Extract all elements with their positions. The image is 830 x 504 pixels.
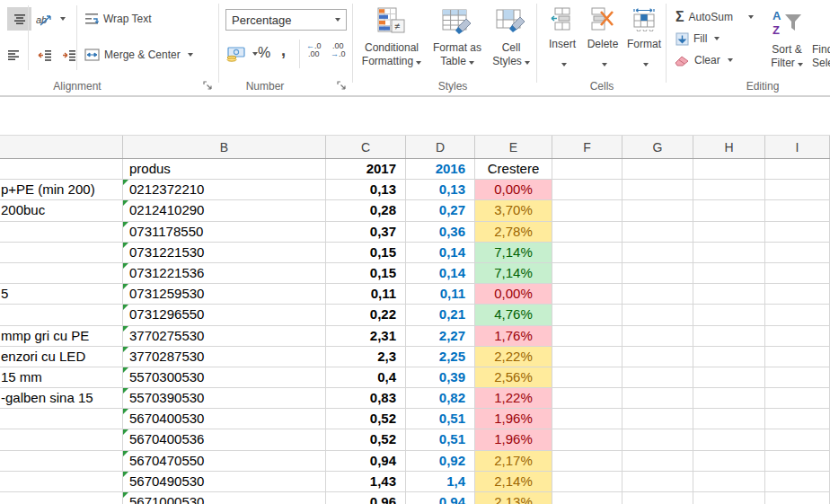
grid-cell[interactable]: 0,21 — [406, 305, 475, 324]
grid-cell[interactable]: 0,52 — [326, 429, 406, 449]
grid-cell[interactable]: produs — [123, 159, 326, 179]
grid-cell[interactable] — [693, 347, 765, 367]
increase-indent-button[interactable] — [57, 43, 81, 66]
grid-cell[interactable]: 5671000530 — [123, 492, 326, 504]
grid-cell[interactable] — [622, 159, 693, 179]
grid-cell[interactable] — [0, 243, 123, 262]
grid-cell[interactable] — [765, 222, 830, 242]
grid-cell[interactable] — [622, 429, 693, 449]
increase-decimal-button[interactable]: ←.0.00 — [306, 42, 322, 58]
grid-cell[interactable] — [622, 305, 693, 324]
grid-cell[interactable]: 2,3 — [326, 347, 406, 367]
grid-cell[interactable] — [0, 492, 123, 504]
conditional-formatting-button[interactable]: ≠ Conditional Formatting — [358, 4, 426, 92]
column-header-E[interactable]: E — [475, 136, 552, 158]
grid-cell[interactable]: 2017 — [326, 159, 406, 179]
wrap-text-button[interactable]: Wrap Text — [84, 9, 152, 29]
grid-cell[interactable]: 0731296550 — [123, 305, 326, 324]
grid-cell[interactable] — [765, 180, 830, 199]
grid-cell[interactable] — [552, 200, 622, 220]
grid-cell[interactable] — [693, 388, 765, 408]
grid-cell[interactable] — [622, 284, 693, 304]
grid-cell[interactable] — [622, 200, 693, 220]
grid-cell[interactable] — [552, 263, 622, 283]
grid-cell[interactable]: 0,14 — [406, 243, 475, 262]
grid-cell[interactable] — [693, 284, 765, 304]
grid-cell[interactable]: p+PE (min 200) — [0, 180, 123, 199]
grid-cell[interactable] — [552, 492, 622, 504]
grid-cell[interactable] — [552, 429, 622, 449]
grid-cell[interactable] — [765, 347, 830, 367]
decrease-indent-button[interactable] — [32, 43, 57, 66]
grid-cell[interactable] — [622, 180, 693, 199]
grid-cell[interactable] — [552, 347, 622, 367]
grid-cell[interactable] — [552, 284, 622, 304]
decrease-decimal-button[interactable]: .00→.0 — [331, 42, 346, 58]
grid-cell[interactable] — [693, 367, 765, 387]
grid-cell[interactable]: 0731178550 — [123, 222, 326, 242]
grid-cell[interactable] — [0, 409, 123, 429]
grid-cell[interactable] — [693, 222, 765, 242]
grid-cell[interactable]: 2,14% — [475, 472, 552, 491]
grid-cell[interactable] — [693, 492, 765, 504]
grid-cell[interactable] — [693, 451, 765, 471]
grid-cell[interactable]: 0212410290 — [123, 200, 326, 220]
grid-cell[interactable] — [552, 388, 622, 408]
column-header-A-partial[interactable] — [0, 136, 123, 158]
grid-cell[interactable]: 0,39 — [406, 367, 475, 387]
grid-cell[interactable]: enzori cu LED — [0, 347, 123, 367]
find-select-button[interactable]: Find & Select — [812, 4, 830, 92]
grid-cell[interactable] — [693, 472, 765, 491]
grid-cell[interactable]: 0,96 — [326, 492, 406, 504]
align-left-button[interactable] — [1, 43, 25, 66]
grid-cell[interactable]: 5570300530 — [123, 367, 326, 387]
autosum-button[interactable]: Σ AutoSum — [675, 8, 754, 26]
sort-filter-button[interactable]: A Z Sort & Filter — [762, 4, 812, 92]
grid-cell[interactable] — [765, 305, 830, 324]
grid-cell[interactable] — [693, 243, 765, 262]
grid-cell[interactable]: 3,70% — [475, 200, 552, 220]
grid-cell[interactable]: 0,15 — [326, 263, 406, 283]
grid-cell[interactable] — [0, 429, 123, 449]
orientation-button[interactable]: ab — [36, 7, 66, 31]
grid-cell[interactable]: 2,22% — [475, 347, 552, 367]
number-format-select[interactable]: Percentage — [225, 9, 347, 31]
column-header-G[interactable]: G — [622, 136, 693, 158]
grid-cell[interactable]: 5570390530 — [123, 388, 326, 408]
grid-cell[interactable] — [622, 243, 693, 262]
grid-cell[interactable] — [622, 451, 693, 471]
grid-cell[interactable] — [765, 263, 830, 283]
grid-cell[interactable]: 0212372210 — [123, 180, 326, 199]
grid-cell[interactable] — [552, 159, 622, 179]
grid-cell[interactable] — [552, 180, 622, 199]
grid-cell[interactable]: 0,14 — [406, 263, 475, 283]
grid-cell[interactable]: 0,13 — [406, 180, 475, 199]
grid-cell[interactable]: 5670400530 — [123, 409, 326, 429]
grid-cell[interactable]: 2,27 — [406, 326, 475, 346]
grid-cell[interactable] — [765, 159, 830, 179]
grid-cell[interactable]: 2,31 — [326, 326, 406, 346]
clear-button[interactable]: Clear — [674, 51, 733, 69]
grid-cell[interactable]: 0731221536 — [123, 263, 326, 283]
grid-cell[interactable]: 0,27 — [406, 200, 475, 220]
grid-cell[interactable] — [622, 263, 693, 283]
grid-cell[interactable]: 1,76% — [475, 326, 552, 346]
column-header-D[interactable]: D — [406, 136, 475, 158]
grid-cell[interactable]: 2,17% — [475, 451, 552, 471]
grid-cell[interactable] — [552, 472, 622, 491]
grid-cell[interactable] — [693, 305, 765, 324]
grid-cell[interactable]: 200buc — [0, 200, 123, 220]
grid-cell[interactable]: Crestere — [475, 159, 552, 179]
grid-cell[interactable]: 2016 — [406, 159, 475, 179]
grid-cell[interactable] — [765, 472, 830, 491]
grid-cell[interactable] — [622, 492, 693, 504]
grid-cell[interactable] — [622, 367, 693, 387]
grid-cell[interactable] — [765, 284, 830, 304]
grid-cell[interactable]: 15 mm — [0, 367, 123, 387]
grid-cell[interactable] — [0, 263, 123, 283]
grid-cell[interactable] — [0, 159, 123, 179]
grid-cell[interactable] — [0, 472, 123, 491]
grid-cell[interactable]: 0,94 — [406, 492, 475, 504]
grid-cell[interactable]: 0,51 — [406, 409, 475, 429]
grid-cell[interactable]: 5670490530 — [123, 472, 326, 491]
